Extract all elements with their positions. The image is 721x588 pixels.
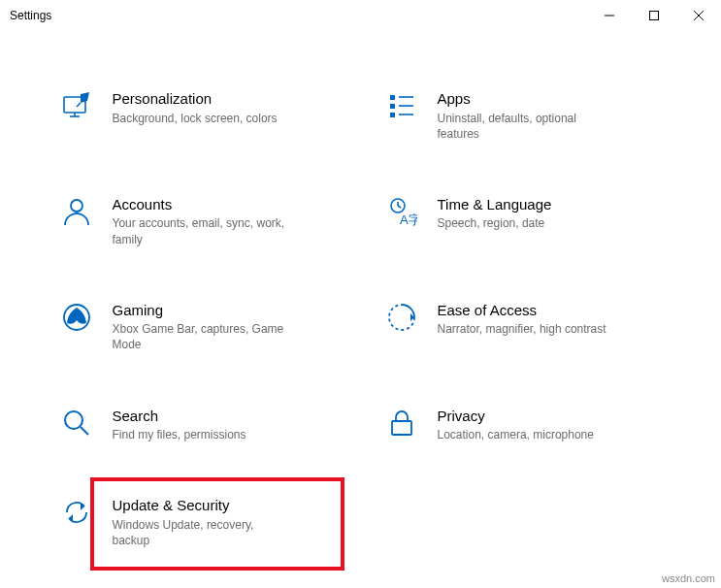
tile-title: Accounts xyxy=(113,195,287,214)
privacy-icon xyxy=(385,407,418,440)
close-icon xyxy=(694,11,704,20)
tile-title: Ease of Access xyxy=(438,301,606,320)
tile-update-security[interactable]: Update & Security Windows Update, recove… xyxy=(50,496,346,548)
tile-title: Privacy xyxy=(438,407,594,426)
tile-subtitle: Narrator, magnifier, high contrast xyxy=(438,321,606,337)
svg-point-21 xyxy=(65,411,82,429)
svg-point-14 xyxy=(71,200,82,212)
tile-search[interactable]: Search Find my files, permissions xyxy=(50,407,346,443)
svg-line-22 xyxy=(81,427,88,435)
tile-privacy[interactable]: Privacy Location, camera, microphone xyxy=(376,407,672,443)
tile-subtitle: Background, lock screen, colors xyxy=(113,111,278,126)
ease-of-access-icon xyxy=(385,301,418,334)
maximize-icon xyxy=(649,11,659,20)
search-icon xyxy=(60,407,93,440)
svg-line-17 xyxy=(398,206,401,208)
tile-subtitle: Windows Update, recovery, backup xyxy=(113,517,287,548)
tile-subtitle: Uninstall, defaults, optional features xyxy=(438,111,612,142)
accounts-icon xyxy=(60,195,93,228)
svg-rect-8 xyxy=(390,95,395,100)
tile-personalization[interactable]: Personalization Background, lock screen,… xyxy=(50,89,346,142)
tile-title: Gaming xyxy=(113,301,287,320)
time-language-icon: A字 xyxy=(385,195,418,228)
window-title: Settings xyxy=(10,9,51,22)
tile-title: Time & Language xyxy=(438,195,552,214)
tile-accounts[interactable]: Accounts Your accounts, email, sync, wor… xyxy=(50,195,346,247)
titlebar: Settings xyxy=(0,0,721,31)
apps-icon xyxy=(385,89,418,122)
tile-subtitle: Xbox Game Bar, captures, Game Mode xyxy=(113,321,287,352)
minimize-button[interactable] xyxy=(587,0,632,31)
settings-grid: Personalization Background, lock screen,… xyxy=(50,31,672,548)
tile-gaming[interactable]: Gaming Xbox Game Bar, captures, Game Mod… xyxy=(50,301,346,353)
svg-line-7 xyxy=(77,103,81,107)
update-security-icon xyxy=(60,496,93,529)
tile-title: Personalization xyxy=(113,89,278,109)
tile-ease-of-access[interactable]: Ease of Access Narrator, magnifier, high… xyxy=(376,301,672,353)
tile-title: Apps xyxy=(438,89,612,109)
watermark: wsxdn.com xyxy=(662,572,715,584)
tile-title: Search xyxy=(113,407,246,426)
tile-time-language[interactable]: A字 Time & Language Speech, region, date xyxy=(376,195,672,247)
svg-rect-23 xyxy=(392,421,411,435)
tile-subtitle: Speech, region, date xyxy=(438,215,552,231)
tile-title: Update & Security xyxy=(113,496,287,515)
tile-subtitle: Find my files, permissions xyxy=(113,427,246,442)
svg-rect-9 xyxy=(390,104,395,109)
window-controls xyxy=(587,0,721,30)
tile-subtitle: Your accounts, email, sync, work, family xyxy=(113,215,287,246)
tile-apps[interactable]: Apps Uninstall, defaults, optional featu… xyxy=(376,89,672,142)
gaming-icon xyxy=(60,301,93,334)
tile-subtitle: Location, camera, microphone xyxy=(438,427,594,442)
minimize-icon xyxy=(605,11,614,20)
svg-rect-1 xyxy=(650,12,659,20)
maximize-button[interactable] xyxy=(632,0,676,31)
close-button[interactable] xyxy=(676,0,721,31)
svg-text:A字: A字 xyxy=(400,212,417,227)
svg-rect-10 xyxy=(390,113,395,117)
personalization-icon xyxy=(60,89,93,122)
